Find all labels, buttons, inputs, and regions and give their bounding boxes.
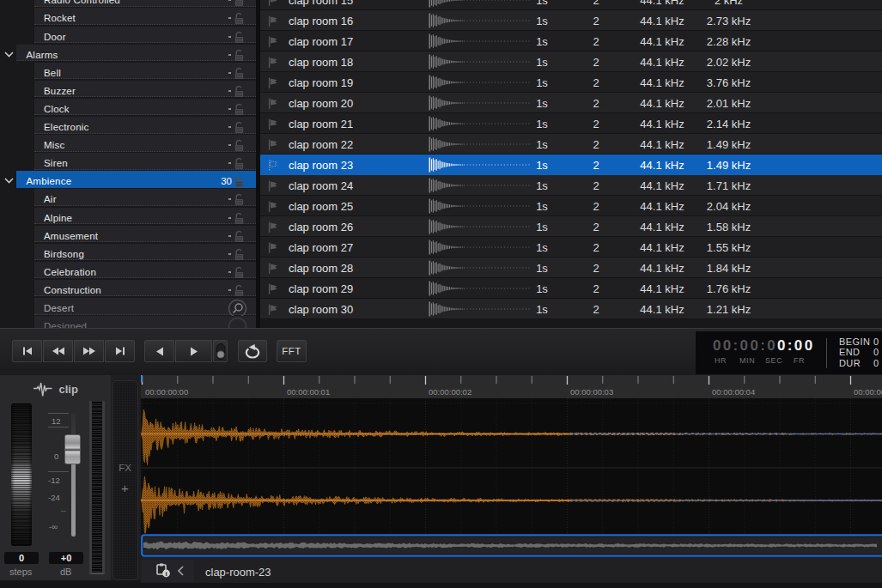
svg-text:00:00:00:03: 00:00:00:03 <box>570 387 613 397</box>
svg-text:00:00:00:00: 00:00:00:00 <box>145 387 188 397</box>
svg-text:00:00:00:02: 00:00:00:02 <box>429 387 471 397</box>
svg-text:00:00:00:04: 00:00:00:04 <box>712 387 755 397</box>
svg-text:00:00:00:01: 00:00:00:01 <box>287 387 330 397</box>
svg-text:00:00:00:05: 00:00:00:05 <box>854 387 882 397</box>
svg-text:i: i <box>165 570 167 578</box>
